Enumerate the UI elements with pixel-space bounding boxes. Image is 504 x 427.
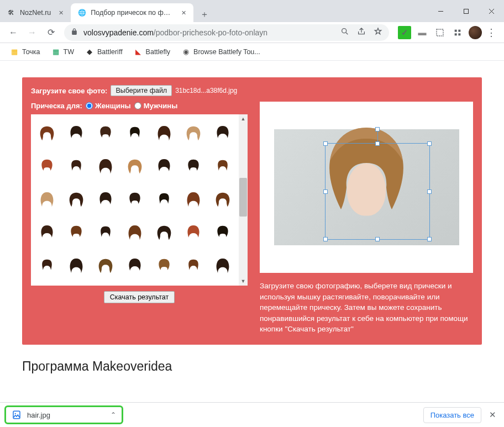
scrollbar-thumb[interactable] [239, 178, 247, 217]
extension-icons: ✓ ▬ [398, 26, 482, 39]
ext-icon[interactable]: ▬ [416, 26, 429, 39]
hair-thumb[interactable] [150, 217, 178, 249]
hair-thumb[interactable] [121, 118, 149, 150]
hair-thumb[interactable] [150, 151, 178, 183]
resize-handle-bm[interactable] [375, 237, 380, 241]
svg-rect-6 [437, 29, 443, 36]
hair-thumb[interactable] [92, 184, 120, 216]
star-icon[interactable] [374, 27, 382, 38]
hair-thumb[interactable] [150, 184, 178, 216]
hair-thumb[interactable] [33, 184, 61, 216]
resize-handle-tl[interactable] [323, 141, 328, 146]
hair-thumb[interactable] [33, 151, 61, 183]
choose-file-button[interactable]: Выберите файл [111, 85, 172, 96]
hair-thumb[interactable] [179, 151, 207, 183]
ext-icon[interactable] [433, 26, 447, 39]
hair-thumb[interactable] [92, 250, 120, 282]
close-icon[interactable]: ✕ [56, 8, 65, 17]
hair-thumb[interactable] [208, 118, 237, 150]
hair-thumb[interactable] [208, 151, 237, 183]
resize-handle-tm[interactable] [375, 141, 380, 146]
bookmark-battlefy-tour[interactable]: ◉Browse Battlefy Tou... [177, 45, 265, 59]
resize-handle-ml[interactable] [323, 189, 328, 194]
search-icon[interactable] [340, 27, 349, 38]
hair-thumb[interactable] [208, 250, 237, 282]
chrome-menu-button[interactable]: ⋮ [483, 27, 500, 39]
hair-thumb[interactable] [179, 250, 207, 282]
share-icon[interactable] [357, 27, 366, 38]
svg-rect-1 [464, 9, 468, 13]
bookmark-battleriff[interactable]: ◆Battleriff [81, 45, 127, 59]
svg-rect-10 [458, 33, 460, 35]
resize-handle-tr[interactable] [427, 141, 432, 146]
scroll-up-icon[interactable]: ▲ [239, 114, 248, 123]
hair-thumb[interactable] [33, 250, 61, 282]
bookmark-tw[interactable]: ▦TW [47, 45, 78, 59]
address-bar[interactable]: volosvypadenie.com/podbor-prichesok-po-f… [64, 24, 389, 41]
hair-thumb[interactable] [92, 118, 120, 150]
globe-icon: 🌐 [77, 8, 86, 17]
browser-titlebar: 🛠 NozNet.ru ✕ 🌐 Подбор причесок по фото … [0, 0, 504, 22]
hair-thumb[interactable] [121, 184, 149, 216]
preview-box [260, 102, 473, 273]
hair-thumb[interactable] [33, 217, 61, 249]
hair-thumb[interactable] [121, 151, 149, 183]
hair-thumb[interactable] [92, 151, 120, 183]
tab-active[interactable]: 🌐 Подбор причесок по фото онла ✕ [71, 3, 193, 22]
rotate-handle[interactable] [375, 127, 380, 131]
checkmark-ext-icon[interactable]: ✓ [398, 26, 411, 39]
ext-icon[interactable] [451, 26, 464, 39]
download-result-button[interactable]: Скачать результат [104, 291, 175, 303]
hair-thumb[interactable] [179, 184, 207, 216]
profile-avatar[interactable] [469, 26, 482, 39]
hair-thumb[interactable] [62, 118, 91, 150]
hair-thumb[interactable] [92, 217, 120, 249]
tab-noznet[interactable]: 🛠 NozNet.ru ✕ [0, 3, 71, 22]
scroll-down-icon[interactable]: ▼ [239, 277, 248, 286]
hair-thumb[interactable] [179, 217, 207, 249]
hair-thumb[interactable] [62, 250, 91, 282]
hair-thumb[interactable] [62, 217, 91, 249]
hair-thumb[interactable] [121, 250, 149, 282]
user-photo[interactable] [274, 129, 459, 245]
hair-grid[interactable] [31, 114, 239, 286]
back-button[interactable]: ← [4, 24, 22, 41]
hair-thumb[interactable] [179, 118, 207, 150]
maximize-button[interactable] [453, 0, 479, 22]
reload-button[interactable]: ⟳ [42, 24, 60, 41]
hair-thumb[interactable] [62, 184, 91, 216]
wrench-icon: 🛠 [7, 8, 15, 17]
gender-male-radio[interactable] [134, 102, 141, 109]
bookmark-tochka[interactable]: ▦Точка [6, 45, 45, 59]
selection-box[interactable] [325, 143, 430, 240]
new-tab-button[interactable]: ＋ [197, 7, 212, 22]
tab-title: NozNet.ru [20, 9, 51, 17]
bookmark-battlefly[interactable]: ◣Battlefly [129, 45, 175, 59]
close-icon[interactable]: ✕ [179, 8, 188, 17]
close-window-button[interactable] [479, 0, 504, 22]
hair-thumb[interactable] [62, 151, 91, 183]
hair-thumb[interactable] [208, 184, 237, 216]
resize-handle-mr[interactable] [427, 189, 432, 194]
gender-female-label: Женщины [95, 102, 131, 110]
hair-thumb[interactable] [208, 217, 237, 249]
hair-thumb[interactable] [33, 118, 61, 150]
download-item[interactable]: hair.jpg ⌃ [4, 405, 123, 424]
hair-thumb[interactable] [150, 250, 178, 282]
minimize-button[interactable] [428, 0, 453, 22]
show-all-downloads-button[interactable]: Показать все [423, 407, 481, 423]
resize-handle-bl[interactable] [323, 237, 328, 241]
download-shelf: hair.jpg ⌃ Показать все ✕ [0, 402, 504, 427]
upload-row: Загрузите свое фото: Выберите файл 31bc1… [31, 85, 248, 96]
svg-point-4 [342, 29, 347, 33]
left-column: Загрузите свое фото: Выберите файл 31bc1… [31, 85, 248, 335]
hair-thumb[interactable] [150, 118, 178, 150]
url-text: volosvypadenie.com/podbor-prichesok-po-f… [83, 28, 335, 37]
chevron-up-icon[interactable]: ⌃ [111, 411, 116, 419]
forward-button[interactable]: → [23, 24, 41, 41]
gender-female-radio[interactable] [86, 102, 93, 109]
close-shelf-button[interactable]: ✕ [489, 410, 496, 420]
resize-handle-br[interactable] [427, 237, 432, 241]
hair-thumb[interactable] [121, 217, 149, 249]
scrollbar[interactable]: ▲ ▼ [239, 114, 248, 286]
